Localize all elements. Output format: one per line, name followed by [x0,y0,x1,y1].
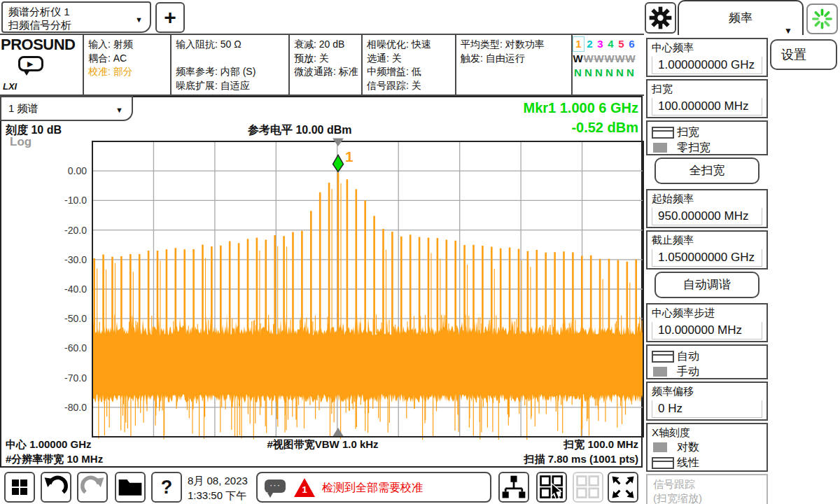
split-view-button [573,472,603,503]
lxi-label: LXI [3,81,17,92]
menu-toggle[interactable]: 扫宽零扫宽 [646,120,768,155]
mode-selector-dropdown[interactable]: 频谱分析仪 1 扫频信号分析 ▼ [1,1,151,33]
date-text: 8月 08, 2023 [188,473,248,488]
trace-detector: N [625,66,636,80]
y-tick: 0.00 [68,165,87,176]
toggle-label: 对数 [677,440,699,455]
toggle-label: 扫宽 [677,125,699,140]
time-text: 1:33:50 下午 [188,488,248,503]
redo-button[interactable] [77,472,108,503]
footer-span: 扫宽 100.0 MHz [564,438,638,451]
toggle-option-自动[interactable]: 自动 [652,349,762,364]
status-col-phase-noise: 相噪优化: 快速选通: 关中频增益: 低信号跟踪: 关 [363,35,462,95]
expand-arrows-icon [609,473,637,501]
menu-key-value[interactable]: 1.050000000 GHz [652,249,762,267]
menu-button-全扫宽[interactable]: 全扫宽 [654,158,760,184]
toggle-option-扫宽[interactable]: 扫宽 [652,125,762,140]
y-tick: -60.0 [64,342,87,354]
trace-detector: N [604,66,615,80]
fullscreen-button[interactable] [608,472,638,503]
status-line: 信号跟踪: 关 [367,79,458,93]
y-tick: -80.0 [64,402,87,413]
menu-key-中心频率[interactable]: 中心频率1.000000000 GHz [646,38,768,77]
y-tick: -30.0 [64,254,87,265]
status-line: 频率参考: 内部 (S) [176,65,291,79]
folder-icon [116,473,144,501]
settings-tab[interactable]: 设置 [770,39,837,70]
menu-key-截止频率[interactable]: 截止频率1.050000000 GHz [646,230,768,270]
trace-number-2[interactable]: 2 [584,37,595,51]
menu-key-value[interactable]: 950.000000 MHz [652,208,762,225]
trace-type: W [604,52,615,66]
undo-icon [42,473,70,501]
menu-key-value[interactable]: 0 Hz [652,400,762,418]
menu-key-频率偏移[interactable]: 频率偏移0 Hz [646,382,768,421]
menu-toggle[interactable]: 自动手动 [646,344,768,379]
y-tick: -70.0 [64,372,87,384]
status-line: 微波通路: 标准 [294,65,364,79]
toggle-option-对数[interactable]: 对数 [652,440,762,455]
toggle-option-手动[interactable]: 手动 [652,364,762,379]
footer-sweep: 扫描 7.80 ms (1001 pts) [524,453,638,466]
network-icon [500,473,528,501]
trace-number-5[interactable]: 5 [616,37,626,51]
menu-key-label: 截止频率 [652,234,762,247]
trace-number-3[interactable]: 3 [595,37,606,51]
trace-number-4[interactable]: 4 [606,37,616,51]
file-open-button[interactable] [115,472,146,503]
y-tick: -50.0 [64,313,87,324]
status-line: 触发: 自由运行 [461,52,574,66]
busy-indicator-button[interactable] [806,4,838,34]
spectrum-plot[interactable]: 0.00-10.0-20.0-30.0-40.0-50.0-60.0-70.0-… [1,97,644,469]
status-col-atten: 衰减: 20 dB预放: 关微波通路: 标准 [290,35,368,82]
menu-key-value[interactable]: 10.000000 MHz [652,322,762,340]
marker-top-triangle-icon [332,139,344,147]
menu-key-中心频率步进[interactable]: 中心频率步进10.000000 MHz [646,303,768,342]
trace-number-6[interactable]: 6 [626,37,637,51]
add-mode-button[interactable]: + [155,2,185,33]
help-button[interactable]: ? [151,472,182,503]
y-tick: -40.0 [64,284,87,295]
windows-logo-icon [12,479,27,495]
windows-start-button[interactable] [4,472,35,503]
menu-key-起始频率[interactable]: 起始频率950.000000 MHz [646,189,768,228]
trace-detector: N [594,66,604,80]
status-line [176,52,291,66]
menu-key-value[interactable]: 100.000000 MHz [652,98,762,115]
menu-toggle-X轴刻度[interactable]: X轴刻度对数线性 [646,423,768,472]
chevron-down-icon: ▼ [135,13,143,27]
active-menu-tab[interactable]: 频率 ▼ [678,0,804,35]
menu-disabled-信号跟踪: 信号跟踪(扫宽缩放) [646,474,768,504]
menu-button-自动调谐[interactable]: 自动调谐 [654,272,760,298]
marker-diamond[interactable] [333,155,344,172]
toggle-option-零扫宽[interactable]: 零扫宽 [652,140,762,155]
trace-detector: N [615,66,625,80]
menu-key-value[interactable]: 1.000000000 GHz [652,57,762,74]
system-topology-button[interactable] [498,472,529,503]
trace-legend: 123456WWWWWWNNNNNN [573,36,643,80]
y-tick: -20.0 [64,225,87,236]
status-line: 输入阻抗: 50 Ω [176,38,291,52]
spectrum-analyzer-app: 频谱分析仪 1 扫频信号分析 ▼ + 频率 [0,0,840,504]
trace-detector: N [573,66,583,80]
mode-line1: 频谱分析仪 1 [8,5,134,18]
status-line: 预放: 关 [294,52,364,66]
undo-button[interactable] [41,472,71,503]
menu-key-扫宽[interactable]: 扫宽100.000000 MHz [646,79,768,118]
status-col-average: 平均类型: 对数功率触发: 自由运行 [456,35,578,68]
toggle-label: 自动 [677,349,699,364]
toggle-option-线性[interactable]: 线性 [652,455,762,470]
window-arrange-button[interactable] [536,472,567,503]
trace-number-1[interactable]: 1 [573,36,584,52]
y-tick: -10.0 [64,195,87,206]
toggle-filled-icon [653,143,667,153]
settings-gear-button[interactable] [645,2,676,34]
menu-key-label: X轴刻度 [652,426,762,440]
trace-type: W [615,52,625,66]
message-bubble-icon: ··· [265,479,286,493]
alert-message-box[interactable]: ··· 1 检测到全部需要校准 [256,472,491,503]
status-line: 衰减: 20 dB [294,38,364,52]
status-col-impedance: 输入阻抗: 50 Ω 频率参考: 内部 (S)噪底扩展: 自适应 [172,35,295,95]
toggle-outline-icon [652,127,674,139]
menu-key-label: 中心频率步进 [652,307,762,320]
